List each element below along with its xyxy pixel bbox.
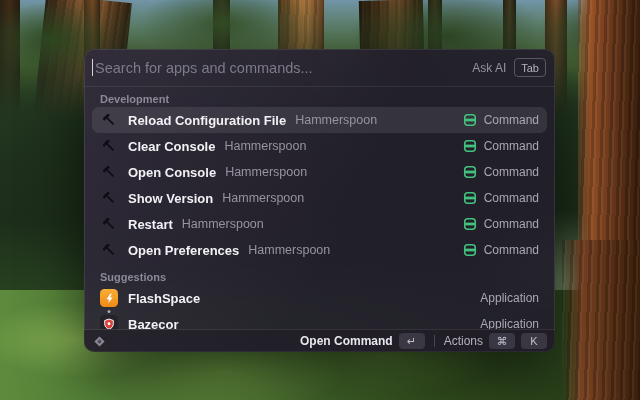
item-title: Restart xyxy=(128,217,173,232)
bazecor-icon xyxy=(100,315,118,329)
item-title: Open Console xyxy=(128,165,216,180)
item-type: Command xyxy=(484,217,539,231)
item-title: Open Preferences xyxy=(128,243,239,258)
divider xyxy=(434,335,435,347)
return-key: ↵ xyxy=(399,333,425,349)
item-type: Command xyxy=(484,139,539,153)
flashspace-icon xyxy=(100,289,118,307)
tree-trunk xyxy=(562,240,640,400)
search-bar: Ask AI Tab xyxy=(84,49,555,86)
list-item[interactable]: FlashSpace Application xyxy=(92,285,547,311)
text-caret xyxy=(92,59,93,76)
item-type: Application xyxy=(480,291,539,305)
command-icon xyxy=(463,113,477,127)
list-item[interactable]: Restart Hammerspoon Command xyxy=(92,211,547,237)
list-item[interactable]: Reload Configuration File Hammerspoon Co… xyxy=(92,107,547,133)
item-subtitle: Hammerspoon xyxy=(182,217,264,231)
hammer-icon xyxy=(100,137,118,155)
running-indicator xyxy=(108,310,111,313)
ask-ai-label[interactable]: Ask AI xyxy=(472,61,506,75)
list-item[interactable]: Clear Console Hammerspoon Command xyxy=(92,133,547,159)
action-bar: Open Command ↵ Actions ⌘ K xyxy=(84,330,555,352)
item-subtitle: Hammerspoon xyxy=(224,139,306,153)
item-type: Application xyxy=(480,317,539,329)
hammer-icon xyxy=(100,215,118,233)
hammer-icon xyxy=(100,163,118,181)
open-command-label: Open Command xyxy=(300,334,393,348)
item-title: Show Version xyxy=(128,191,213,206)
hammer-icon xyxy=(100,111,118,129)
open-command-button[interactable]: Open Command ↵ xyxy=(300,333,425,349)
search-input[interactable] xyxy=(95,60,462,76)
actions-label: Actions xyxy=(444,334,483,348)
command-icon xyxy=(463,217,477,231)
item-subtitle: Hammerspoon xyxy=(225,165,307,179)
command-icon xyxy=(463,139,477,153)
bolt-icon xyxy=(104,293,115,304)
desktop: Ask AI Tab Development Reload Configurat… xyxy=(0,0,640,400)
item-type: Command xyxy=(484,165,539,179)
list-item[interactable]: Open Console Hammerspoon Command xyxy=(92,159,547,185)
k-key: K xyxy=(521,333,547,349)
command-icon xyxy=(463,165,477,179)
list-item[interactable]: Show Version Hammerspoon Command xyxy=(92,185,547,211)
command-key: ⌘ xyxy=(489,333,515,349)
section-header-suggestions: Suggestions xyxy=(84,263,555,285)
list-item[interactable]: Open Preferences Hammerspoon Command xyxy=(92,237,547,263)
item-subtitle: Hammerspoon xyxy=(248,243,330,257)
hammer-icon xyxy=(100,189,118,207)
item-type: Command xyxy=(484,243,539,257)
item-title: FlashSpace xyxy=(128,291,200,306)
command-icon xyxy=(463,191,477,205)
command-icon xyxy=(463,243,477,257)
section-header-development: Development xyxy=(84,87,555,107)
item-title: Reload Configuration File xyxy=(128,113,286,128)
item-title: Bazecor xyxy=(128,317,179,330)
divider xyxy=(84,329,555,330)
results-list: Development Reload Configuration File Ha… xyxy=(84,87,555,329)
item-subtitle: Hammerspoon xyxy=(295,113,377,127)
item-type: Command xyxy=(484,113,539,127)
item-title: Clear Console xyxy=(128,139,215,154)
hammer-icon xyxy=(100,241,118,259)
tab-key[interactable]: Tab xyxy=(514,58,546,77)
shield-icon xyxy=(103,318,115,329)
item-subtitle: Hammerspoon xyxy=(222,191,304,205)
raycast-launcher-window: Ask AI Tab Development Reload Configurat… xyxy=(84,49,555,352)
actions-button[interactable]: Actions ⌘ K xyxy=(444,333,547,349)
list-item[interactable]: Bazecor Application xyxy=(92,311,547,329)
raycast-icon xyxy=(92,334,107,349)
item-type: Command xyxy=(484,191,539,205)
